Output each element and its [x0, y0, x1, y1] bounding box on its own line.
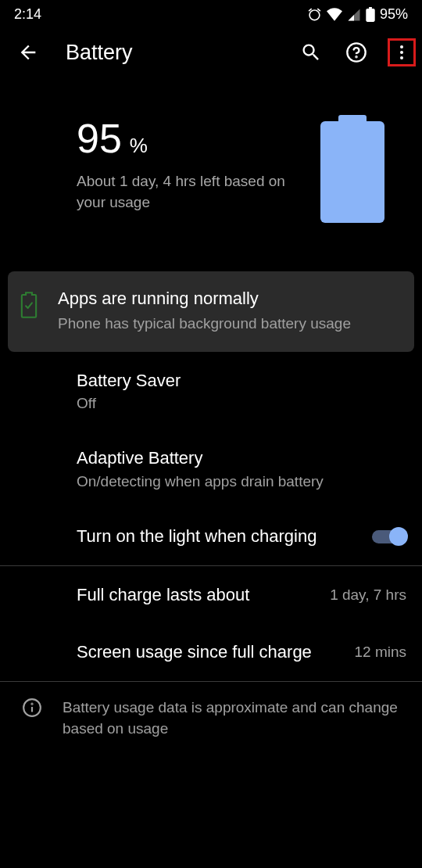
- help-button[interactable]: [342, 38, 370, 66]
- setting-title: Adaptive Battery: [77, 447, 406, 470]
- setting-title: Full charge lasts about: [77, 583, 317, 607]
- adaptive-battery-item[interactable]: Adaptive Battery On/detecting when apps …: [0, 429, 422, 508]
- battery-percentage: 95 %: [77, 115, 297, 162]
- footer-text: Battery usage data is approximate and ca…: [63, 698, 406, 739]
- setting-title: Screen usage since full charge: [77, 640, 342, 664]
- battery-status-pct: 95%: [380, 6, 408, 23]
- setting-subtitle: On/detecting when apps drain battery: [77, 473, 406, 490]
- svg-point-2: [400, 45, 403, 48]
- svg-point-7: [31, 704, 32, 705]
- search-button[interactable]: [297, 38, 325, 66]
- battery-saver-item[interactable]: Battery Saver Off: [0, 352, 422, 430]
- full-charge-item[interactable]: Full charge lasts about 1 day, 7 hrs: [0, 566, 422, 624]
- status-card-subtitle: Phone has typical background battery usa…: [58, 314, 399, 335]
- app-bar: Battery: [0, 29, 422, 76]
- status-time: 2:14: [14, 6, 41, 23]
- setting-title: Turn on the light when charging: [77, 525, 359, 548]
- back-button[interactable]: [14, 38, 42, 66]
- alarm-icon: [307, 7, 322, 22]
- search-icon: [300, 41, 322, 63]
- more-vert-icon: [392, 43, 411, 62]
- more-options-button[interactable]: [388, 38, 416, 66]
- battery-hero: 95 % About 1 day, 4 hrs left based on yo…: [0, 76, 422, 251]
- battery-status-icon: [366, 7, 375, 22]
- footer-note: Battery usage data is approximate and ca…: [0, 682, 422, 755]
- light-when-charging-item[interactable]: Turn on the light when charging: [0, 508, 422, 565]
- battery-ok-icon: [20, 292, 38, 318]
- status-card-title: Apps are running normally: [58, 289, 399, 309]
- svg-point-4: [400, 56, 403, 59]
- arrow-back-icon: [17, 41, 39, 63]
- setting-value: 12 mins: [354, 644, 406, 661]
- light-when-charging-toggle[interactable]: [372, 528, 406, 545]
- battery-estimate: About 1 day, 4 hrs left based on your us…: [77, 171, 297, 213]
- svg-point-3: [400, 51, 403, 54]
- apps-status-card[interactable]: Apps are running normally Phone has typi…: [8, 271, 414, 352]
- setting-value: 1 day, 7 hrs: [330, 586, 406, 604]
- status-icons: 95%: [307, 6, 408, 23]
- wifi-icon: [327, 8, 342, 21]
- battery-graphic-icon: [320, 115, 384, 223]
- info-icon: [22, 698, 42, 718]
- setting-subtitle: Off: [77, 395, 406, 412]
- help-icon: [345, 41, 367, 63]
- signal-icon: [347, 8, 361, 22]
- svg-point-1: [356, 56, 356, 57]
- screen-usage-item[interactable]: Screen usage since full charge 12 mins: [0, 623, 422, 681]
- page-title: Battery: [66, 41, 281, 65]
- setting-title: Battery Saver: [77, 369, 406, 393]
- status-bar: 2:14 95%: [0, 0, 422, 29]
